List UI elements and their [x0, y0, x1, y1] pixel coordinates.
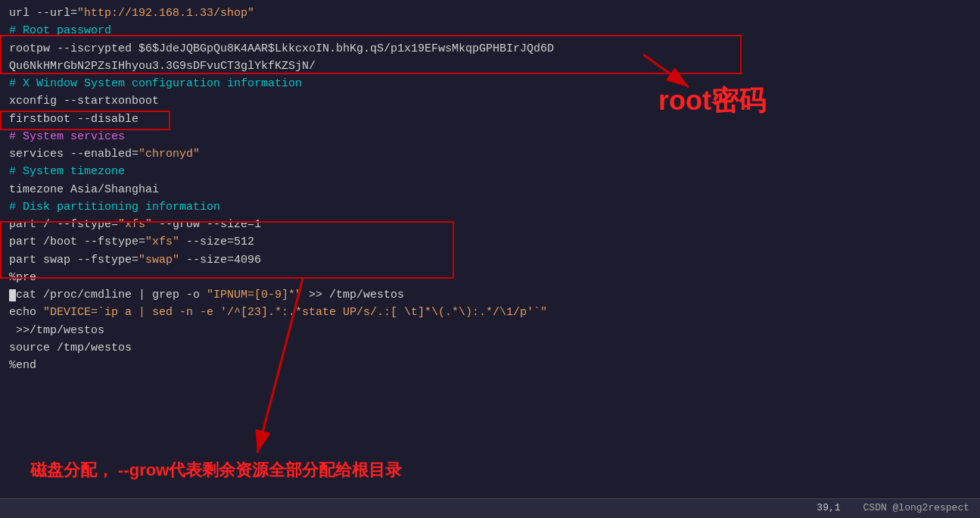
terminal-line-6: xconfig --startxonboot [9, 92, 971, 110]
terminal-line-11: timezone Asia/Shanghai [9, 181, 971, 198]
terminal-line-5: # X Window System configuration informat… [9, 75, 971, 92]
terminal-line-14: part /boot --fstype="xfs" --size=512 [9, 233, 971, 251]
terminal-line-17: %pre [9, 269, 971, 286]
terminal-line-15: part swap --fstype="swap" --size=4096 [9, 251, 971, 269]
terminal-line-10: # System timezone [9, 163, 971, 180]
terminal-line-3: rootpw --iscrypted $6$JdeJQBGpQu8K4AAR$L… [9, 40, 971, 58]
cursor [9, 289, 16, 301]
terminal-line-7: firstboot --disable [9, 111, 971, 128]
terminal-line-12: # Disk partitioning information [9, 198, 971, 216]
site-info: CSDN @long2respect [863, 501, 969, 516]
terminal-line-9: services --enabled="chronyd" [9, 145, 971, 163]
terminal-line-20: >>/tmp/westos [9, 322, 971, 339]
cursor-position: 39,1 [817, 501, 840, 516]
terminal-line-18: cat /proc/cmdline | grep -o "IPNUM=[0-9]… [9, 286, 971, 304]
terminal-line-8: # System services [9, 128, 971, 145]
terminal-line-21: source /tmp/westos [9, 339, 971, 357]
terminal-line-2: # Root password [9, 22, 971, 39]
terminal-line-19: echo "DEVICE=`ip a | sed -n -e '/^[23].*… [9, 304, 971, 321]
statusbar: 39,1 CSDN @long2respect [0, 498, 980, 518]
disk-annotation-label: 磁盘分配， --grow代表剩余资源全部分配给根目录 [30, 457, 402, 483]
terminal-window: url --url="http://192.168.1.33/shop"# Ro… [0, 0, 980, 518]
terminal-line-4: Qu6NkHMrGbN2PZsIHhyou3.3G9sDFvuCT3glYkfK… [9, 58, 971, 75]
terminal-line-22: %end [9, 357, 971, 374]
terminal-line-1: url --url="http://192.168.1.33/shop" [9, 5, 971, 22]
terminal-line-13: part / --fstype="xfs" --grow --size=1 [9, 216, 971, 233]
